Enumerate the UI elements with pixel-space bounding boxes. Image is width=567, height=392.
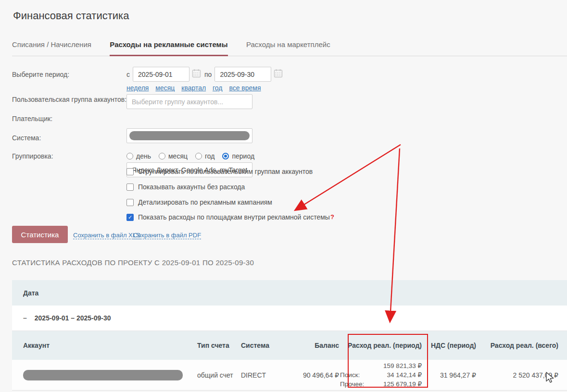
checkbox-label: Детализировать по рекламным кампаниям	[138, 198, 272, 206]
account-type-cell: общий счет	[185, 360, 236, 390]
statistics-table: Дата – 2025-09-01 – 2025-09-30 Аккаунт Т…	[12, 280, 567, 391]
column-header-total-expense: Расход реал. (всего)	[476, 331, 567, 360]
page-title: Финансовая статистика	[13, 10, 129, 22]
checkbox-label: Сгруппировать по пользовательским группа…	[138, 168, 313, 175]
checkbox-label: Показывать аккаунты без расхода	[138, 183, 245, 191]
checkbox-icon[interactable]	[126, 168, 134, 175]
period-other-line: Прочее: 125 679,19 ₽	[340, 380, 422, 389]
date-to-input[interactable]: 2025-09-30	[214, 67, 271, 82]
radio-option-month[interactable]: месяц	[159, 152, 188, 160]
collapse-toggle[interactable]: –	[23, 314, 27, 322]
checkbox-icon[interactable]	[126, 184, 134, 191]
payer-label: Плательщик:	[12, 115, 52, 122]
system-cell: DIRECT	[236, 360, 281, 390]
date-to-prefix: по	[204, 71, 212, 78]
grouping-label: Группировка:	[12, 152, 53, 160]
redacted-payer-value	[129, 131, 250, 140]
checkbox-icon[interactable]	[126, 199, 134, 206]
date-column-header: Дата	[23, 289, 38, 297]
period-quick-links: неделя месяц квартал год все время	[126, 84, 266, 92]
tab-ad-systems-expenses[interactable]: Расходы на рекламные системы	[110, 40, 227, 56]
table-row: общий счет DIRECT 90 496,64 ₽ 159 821,33…	[12, 360, 567, 391]
period-other-label: Прочее:	[340, 380, 364, 389]
radio-option-day[interactable]: день	[126, 152, 151, 160]
column-header-period-expense: Расход реал. (период)	[339, 331, 426, 360]
quick-link-year[interactable]: год	[213, 84, 222, 92]
period-total-value: 159 821,33 ₽	[383, 361, 422, 370]
period-search-line: Поиск: 34 142,14 ₽	[340, 370, 422, 380]
checkbox-row-group-by-user-groups[interactable]: Сгруппировать по пользовательским группа…	[126, 168, 313, 175]
statistics-button[interactable]: Статистика	[12, 226, 68, 243]
system-label: Система:	[12, 134, 41, 142]
tab-bar: Списания / Начисления Расходы на рекламн…	[12, 40, 567, 56]
radio-label: месяц	[168, 152, 188, 160]
account-group-input[interactable]: Выберите группу аккаунтов...	[126, 94, 252, 109]
column-header-system: Система	[236, 331, 281, 360]
table-date-header-row: Дата	[12, 280, 567, 306]
period-controls: с 2025-09-01 по 2025-09-30	[126, 67, 286, 82]
tab-debits-accruals[interactable]: Списания / Начисления	[12, 40, 91, 55]
radio-label: день	[136, 152, 151, 160]
date-from-input[interactable]: 2025-09-01	[133, 67, 189, 82]
column-header-vat: НДС (период)	[426, 331, 476, 360]
checkbox-row-detail-by-campaigns[interactable]: Детализировать по рекламным кампаниям	[126, 198, 272, 206]
period-search-value: 34 142,14 ₽	[387, 370, 422, 380]
quick-link-alltime[interactable]: все время	[229, 84, 261, 92]
balance-cell: 90 496,64 ₽	[281, 360, 339, 390]
radio-option-period[interactable]: период	[222, 152, 254, 160]
calendar-icon[interactable]	[192, 69, 201, 80]
radio-icon[interactable]	[159, 153, 165, 159]
column-header-account-type: Тип счета	[185, 331, 236, 360]
vat-cell: 31 964,27 ₽	[426, 360, 476, 390]
period-expense-cell: 159 821,33 ₽ Поиск: 34 142,14 ₽ Прочее: …	[339, 360, 426, 390]
tab-marketplace-expenses[interactable]: Расходы на маркетплейс	[246, 40, 330, 55]
radio-icon-selected[interactable]	[222, 153, 229, 159]
column-header-balance: Баланс	[281, 331, 339, 360]
checkbox-row-show-accounts-no-expense[interactable]: Показывать аккаунты без расхода	[126, 183, 245, 191]
date-from-prefix: с	[126, 71, 130, 78]
period-total-line: 159 821,33 ₽	[340, 361, 422, 370]
checkbox-label: Показать расходы по площадкам внутри рек…	[138, 213, 330, 221]
quick-link-quarter[interactable]: квартал	[181, 84, 206, 92]
period-other-value: 125 679,19 ₽	[383, 380, 422, 389]
checkbox-row-show-expenses-by-platforms[interactable]: ✓ Показать расходы по площадкам внутри р…	[126, 213, 334, 221]
payer-input[interactable]	[126, 128, 252, 143]
table-column-header-row: Аккаунт Тип счета Система Баланс Расход …	[12, 331, 567, 360]
radio-label: период	[232, 152, 254, 160]
group-date-range: 2025-09-01 – 2025-09-30	[35, 314, 111, 322]
account-group-placeholder: Выберите группу аккаунтов...	[132, 98, 223, 106]
checkbox-icon-checked[interactable]: ✓	[126, 214, 134, 221]
account-group-label: Пользовательская группа аккаунтов:	[12, 96, 126, 103]
radio-icon[interactable]	[195, 153, 202, 159]
quick-link-week[interactable]: неделя	[126, 84, 149, 92]
annotation-arrow-to-checkbox	[296, 145, 401, 209]
save-xls-link[interactable]: Сохранить в файл XLS	[73, 232, 140, 239]
save-pdf-link[interactable]: Сохранить в файл PDF	[133, 232, 201, 239]
redacted-account-name	[23, 370, 183, 380]
account-cell	[12, 360, 185, 390]
radio-icon[interactable]	[126, 153, 133, 159]
radio-label: год	[205, 152, 214, 160]
report-heading: СТАТИСТИКА РАСХОДОВ ПО ПРОЕКТУ С 2025-09…	[12, 258, 254, 267]
grouping-options: день месяц год период	[126, 152, 262, 160]
column-header-account: Аккаунт	[12, 331, 185, 360]
calendar-icon[interactable]	[274, 69, 283, 80]
financial-statistics-page: Финансовая статистика Списания / Начисле…	[0, 0, 567, 392]
radio-option-year[interactable]: год	[195, 152, 214, 160]
period-label: Выберите период:	[12, 71, 69, 78]
total-expense-cell: 2 520 437,09 ₽	[476, 360, 567, 390]
quick-link-month[interactable]: месяц	[155, 84, 175, 92]
period-search-label: Поиск:	[340, 370, 360, 380]
table-group-row: – 2025-09-01 – 2025-09-30	[12, 306, 567, 331]
